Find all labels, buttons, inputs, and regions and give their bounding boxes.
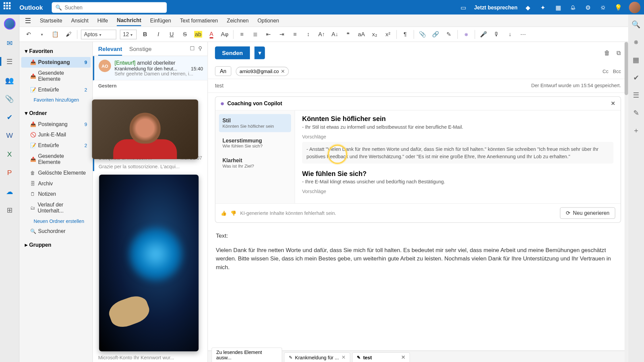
delete-draft-icon[interactable]: 🗑 (604, 49, 610, 56)
tab-view[interactable]: Ansicht (71, 16, 89, 25)
folder-archive[interactable]: 🗄Archiv (21, 178, 91, 189)
excel-rail-icon[interactable]: X (4, 149, 15, 160)
focused-tab[interactable]: Relevant (98, 46, 122, 56)
thumbs-up-icon[interactable]: 👍 (221, 210, 227, 216)
undo-button[interactable]: ↶ (24, 29, 34, 39)
mail-rail-icon[interactable]: ✉ (4, 38, 15, 48)
body-content[interactable]: Vielen Dank für Ihre netten Worte und da… (216, 246, 620, 272)
bottom-tab-draft2[interactable]: ✎test✕ (352, 352, 410, 362)
bottom-tab-draft1[interactable]: ✎Krankmeldung für ...✕ (284, 352, 351, 362)
copilot-tab-style[interactable]: Stil Könnten Sie höflicher sein (219, 114, 291, 132)
mic-button[interactable]: 🎙 (492, 29, 501, 39)
clear-format-button[interactable]: Aφ (220, 29, 229, 39)
todo-rail-icon[interactable]: ✔ (4, 112, 15, 123)
copilot-tab-clarity[interactable]: Klarheit Was ist Ihr Ziel? (219, 154, 291, 172)
account-avatar[interactable] (4, 18, 15, 29)
cc-button[interactable]: Cc (602, 68, 608, 74)
folder-conv-history[interactable]: 🗂Verlauf der Unterhalt... (21, 199, 91, 216)
subscript-button[interactable]: x₂ (370, 29, 379, 39)
folder-drafts[interactable]: 📝Entwürfe2 (21, 140, 91, 151)
tab-home[interactable]: Startseite (40, 16, 62, 25)
copilot-tab-sentiment[interactable]: Leserstimmung Wie fühlen Sie sich? (219, 134, 291, 152)
calendar-rail-icon[interactable]: ☰ (4, 56, 15, 67)
folder-junk[interactable]: 🚫Junk-E-Mail (21, 129, 91, 140)
tab-format[interactable]: Text formatieren (180, 16, 218, 25)
filter-icon[interactable]: ⚲ (198, 46, 202, 56)
right-tasks-icon[interactable]: ✔ (632, 73, 640, 82)
link-button[interactable]: 🔗 (431, 29, 440, 39)
copilot-toolbar-icon[interactable]: ⎈ (461, 29, 471, 39)
undo-split[interactable] (37, 29, 47, 39)
settings-icon[interactable]: ⛭ (599, 3, 607, 12)
onedrive-rail-icon[interactable]: ☁ (4, 186, 15, 197)
bullets-button[interactable]: ≡ (237, 29, 247, 39)
tab-draw[interactable]: Zeichnen (227, 16, 249, 25)
people-rail-icon[interactable]: 👥 (4, 75, 15, 85)
folder-inbox-fav[interactable]: 📥Posteingang9 (21, 57, 91, 68)
search-box[interactable]: 🔍 (52, 2, 167, 13)
select-all-icon[interactable]: ☐ (190, 46, 195, 56)
styles-button[interactable]: ¶ (400, 29, 410, 39)
folder-inbox[interactable]: 📥Posteingang9 (21, 119, 91, 130)
indent-button[interactable]: ⇥ (277, 29, 286, 39)
decrease-font-button[interactable]: A↓ (330, 29, 340, 39)
send-split-button[interactable]: ▾ (254, 46, 265, 59)
italic-button[interactable]: I (154, 29, 163, 39)
signature-button[interactable]: ✎ (444, 29, 454, 39)
close-tab-icon[interactable]: ✕ (341, 355, 345, 360)
right-add-icon[interactable]: ＋ (632, 126, 640, 135)
highlight-button[interactable]: ab (193, 29, 203, 39)
profile-avatar[interactable] (629, 2, 640, 13)
right-search-icon[interactable]: 🔍 (632, 20, 640, 28)
new-folder-link[interactable]: Neuen Ordner erstellen (21, 216, 91, 226)
copilot-suggestion[interactable]: - Anstatt "Vielen Dank für Ihre netten W… (302, 142, 613, 164)
meet-label[interactable]: Jetzt besprechen (474, 4, 518, 10)
add-favorite-link[interactable]: Favoriten hinzufügen (21, 95, 91, 105)
remove-recipient-icon[interactable]: ✕ (281, 68, 285, 74)
increase-font-button[interactable]: A↑ (317, 29, 326, 39)
download-button[interactable]: ↓ (505, 29, 515, 39)
folder-sent-fav[interactable]: 📤Gesendete Elemente (21, 68, 91, 84)
close-tab-icon[interactable]: ✕ (401, 355, 405, 360)
folder-notes[interactable]: 🗒Notizen (21, 189, 91, 199)
bottom-tab-reading[interactable]: Zu lesendes Element ausw... (211, 347, 282, 362)
line-spacing-button[interactable]: ↕ (304, 29, 313, 39)
quote-button[interactable]: ❝ (343, 29, 353, 39)
teams-icon[interactable]: ◆ (524, 3, 532, 12)
case-button[interactable]: aA (357, 29, 366, 39)
dictate-button[interactable]: 🎤 (479, 29, 488, 39)
tab-message[interactable]: Nachricht (117, 15, 141, 26)
powerpoint-rail-icon[interactable]: P (4, 168, 15, 178)
compose-body[interactable]: Text: Vielen Dank für Ihre netten Worte … (208, 226, 628, 277)
scrollbar[interactable] (625, 42, 628, 362)
close-copilot-icon[interactable]: ✕ (611, 100, 615, 106)
regenerate-button[interactable]: ⟳ Neu generieren (560, 207, 615, 219)
send-button[interactable]: Senden (215, 46, 250, 59)
app-launcher[interactable] (4, 2, 14, 13)
size-select[interactable]: 12 (120, 29, 137, 39)
numbering-button[interactable]: ≣ (250, 29, 260, 39)
help-icon[interactable]: 💡 (614, 3, 623, 12)
outdent-button[interactable]: ⇤ (264, 29, 273, 39)
folder-drafts-fav[interactable]: 📝Entwürfe2 (21, 84, 91, 95)
favorites-header[interactable]: ▾Favoriten (21, 46, 91, 57)
bold-button[interactable]: B (140, 29, 150, 39)
files-rail-icon[interactable]: 📎 (4, 93, 15, 104)
message-item[interactable]: AO [Entwurf] arnold oberleiter Krankmeld… (93, 56, 208, 80)
more-apps-rail-icon[interactable]: ⊞ (4, 205, 15, 216)
folder-search[interactable]: 🔍Suchordner (21, 226, 91, 237)
premium-icon[interactable]: ✦ (539, 3, 547, 12)
tips-icon[interactable]: ⚙ (584, 3, 593, 12)
tab-help[interactable]: Hilfe (97, 16, 108, 25)
more-toolbar-button[interactable]: ⋯ (518, 29, 528, 39)
strike-button[interactable]: S (180, 29, 190, 39)
notification-icon[interactable]: 🕭 (569, 3, 578, 12)
tab-insert[interactable]: Einfügen (150, 16, 171, 25)
meet-icon[interactable]: ▭ (459, 3, 468, 12)
align-button[interactable]: ≡ (290, 29, 300, 39)
search-input[interactable] (64, 4, 163, 10)
bcc-button[interactable]: Bcc (613, 68, 621, 74)
right-contacts-icon[interactable]: ☰ (632, 90, 640, 99)
superscript-button[interactable]: x² (383, 29, 393, 39)
popout-icon[interactable]: ⧉ (616, 49, 621, 56)
